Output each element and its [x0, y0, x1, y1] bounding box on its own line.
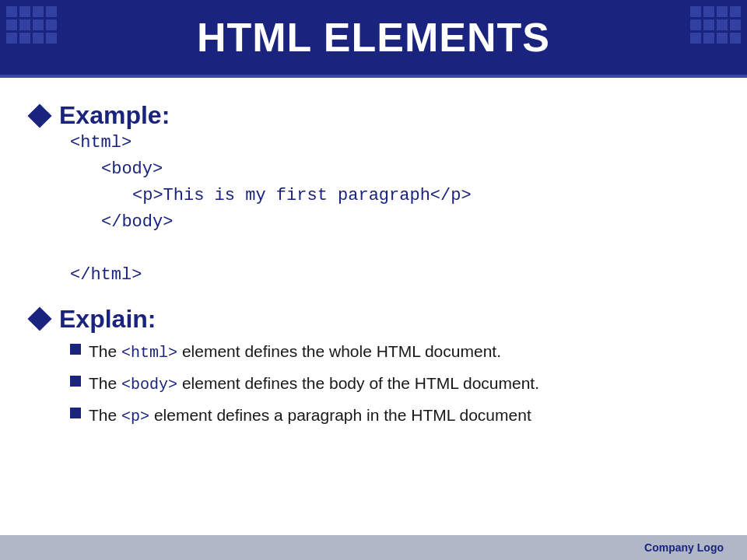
explain-item-3-text: The <p> element defines a paragraph in t… — [89, 404, 700, 428]
example-heading: Example: — [31, 101, 700, 130]
slide-footer: Company Logo — [0, 535, 747, 560]
explain-items: The <html> element defines the whole HTM… — [70, 340, 700, 428]
main-content: Example: <html> <body> <p>This is my fir… — [0, 78, 747, 535]
decorative-dots-left — [6, 6, 57, 44]
square-bullet-3 — [70, 408, 81, 418]
code-line-4 — [70, 236, 700, 262]
explain-section: Explain: The <html> element defines the … — [31, 305, 700, 428]
explain-heading: Explain: — [31, 305, 700, 334]
code-line-5: </html> — [70, 262, 700, 289]
slide-header: HTML ELEMENTS — [0, 0, 747, 75]
code-line-0: <html> — [70, 130, 700, 156]
code-line-1: <body> — [101, 156, 700, 183]
page-title: HTML ELEMENTS — [31, 14, 716, 61]
code-block: <html> <body> <p>This is my first paragr… — [70, 130, 700, 289]
code-line-2: <p>This is my first paragraph</p> — [132, 183, 700, 209]
code-line-3: </body> — [101, 209, 700, 236]
explain-label: Explain: — [59, 305, 156, 334]
explain-item-3: The <p> element defines a paragraph in t… — [70, 404, 700, 428]
explain-item-2: The <body> element defines the body of t… — [70, 372, 700, 396]
slide: HTML ELEMENTS Example: <html> <body> <p>… — [0, 0, 747, 560]
example-label: Example: — [59, 101, 170, 130]
example-section: Example: <html> <body> <p>This is my fir… — [31, 101, 700, 289]
square-bullet-2 — [70, 376, 81, 387]
diamond-bullet-explain — [27, 307, 51, 331]
company-logo-label: Company Logo — [644, 541, 724, 554]
explain-item-1: The <html> element defines the whole HTM… — [70, 340, 700, 364]
decorative-dots-right — [690, 6, 741, 44]
explain-item-1-text: The <html> element defines the whole HTM… — [89, 340, 700, 364]
diamond-bullet-example — [27, 103, 51, 128]
square-bullet-1 — [70, 344, 81, 355]
explain-item-2-text: The <body> element defines the body of t… — [89, 372, 700, 396]
